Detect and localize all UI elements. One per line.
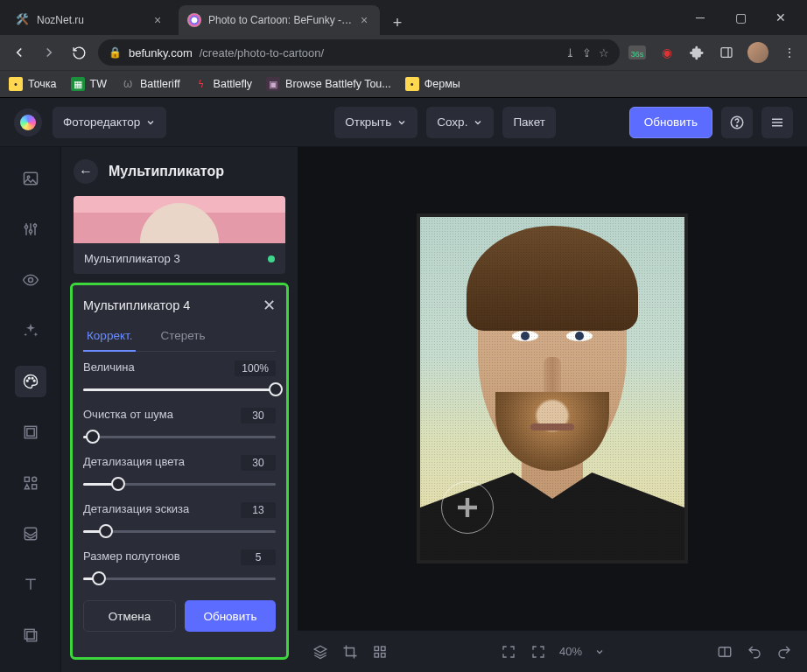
texture-tool[interactable] bbox=[15, 518, 46, 550]
befunky-logo[interactable] bbox=[14, 108, 42, 136]
slider-halftone: Размер полутонов5 bbox=[83, 550, 276, 588]
svg-rect-0 bbox=[721, 48, 732, 58]
frame-tool[interactable] bbox=[15, 416, 46, 448]
slider-track[interactable] bbox=[83, 474, 276, 494]
text-tool[interactable] bbox=[15, 569, 46, 600]
chevron-down-icon bbox=[145, 117, 156, 128]
apply-button[interactable]: Обновить bbox=[185, 600, 276, 632]
slider-value[interactable]: 30 bbox=[241, 408, 276, 424]
forward-button[interactable] bbox=[39, 42, 60, 63]
slider-track[interactable] bbox=[83, 427, 276, 446]
tab-adjust[interactable]: Коррект. bbox=[83, 324, 136, 351]
sidepanel-button[interactable] bbox=[718, 44, 735, 61]
app-content: ← Мультипликатор Мультипликатор 3 Мульти… bbox=[0, 147, 807, 672]
menu-button[interactable] bbox=[761, 107, 793, 138]
slider-value[interactable]: 5 bbox=[241, 550, 276, 565]
help-button[interactable] bbox=[721, 107, 753, 138]
upgrade-button[interactable]: Обновить bbox=[629, 107, 712, 138]
layers-tool[interactable] bbox=[15, 620, 46, 651]
canvas-toolbar: 40% bbox=[298, 630, 807, 672]
slider-track[interactable] bbox=[83, 380, 276, 399]
bookmark-item[interactable]: ѠBattleriff bbox=[121, 77, 180, 91]
slider-denoise: Очистка от шума30 bbox=[83, 408, 276, 446]
crop-icon[interactable] bbox=[341, 643, 359, 661]
bookmark-item[interactable]: ▣Browse Battlefy Tou... bbox=[266, 77, 391, 91]
image-tool[interactable] bbox=[15, 163, 46, 194]
sparkle-tool[interactable] bbox=[15, 315, 46, 346]
reload-button[interactable] bbox=[68, 42, 89, 63]
bookmarks-bar: •Точка ▦TW ѠBattleriff ϟBattlefly ▣Brows… bbox=[0, 70, 807, 98]
lock-icon: 🔒 bbox=[109, 46, 122, 59]
undo-icon[interactable] bbox=[746, 643, 763, 661]
zoom-level[interactable]: 40% bbox=[559, 645, 582, 658]
close-icon[interactable]: × bbox=[357, 13, 371, 27]
layers-icon[interactable] bbox=[312, 643, 329, 661]
menu-button[interactable]: ⋮ bbox=[781, 44, 798, 61]
panel-header: ← Мультипликатор bbox=[61, 159, 298, 196]
svg-point-4 bbox=[27, 176, 30, 178]
preset-thumbnail bbox=[74, 196, 285, 243]
maximize-button[interactable]: ▢ bbox=[728, 10, 753, 24]
minimize-button[interactable]: ─ bbox=[688, 10, 712, 24]
svg-rect-14 bbox=[26, 429, 33, 436]
status-dot-icon bbox=[268, 256, 275, 262]
fullscreen-icon[interactable] bbox=[530, 643, 547, 661]
palette-tool[interactable] bbox=[15, 366, 46, 397]
star-icon[interactable]: ☆ bbox=[599, 46, 609, 60]
close-button[interactable]: ✕ bbox=[768, 10, 793, 24]
grid-icon[interactable] bbox=[371, 643, 389, 661]
shapes-tool[interactable] bbox=[15, 467, 46, 499]
fit-icon[interactable] bbox=[500, 643, 517, 661]
profile-avatar[interactable] bbox=[747, 42, 768, 63]
redo-icon[interactable] bbox=[775, 643, 793, 661]
svg-rect-18 bbox=[26, 632, 36, 641]
eye-tool[interactable] bbox=[15, 264, 46, 296]
close-icon[interactable]: × bbox=[151, 13, 165, 27]
install-icon[interactable]: ⤓ bbox=[565, 46, 575, 60]
svg-point-10 bbox=[28, 377, 30, 379]
adjust-tool[interactable] bbox=[15, 214, 46, 245]
svg-rect-20 bbox=[375, 647, 379, 651]
new-tab-button[interactable]: + bbox=[385, 10, 410, 35]
address-bar[interactable]: 🔒 befunky.com/create/photo-to-cartoon/ ⤓… bbox=[98, 39, 620, 66]
navbar-right: 36s ◉ ⋮ bbox=[628, 42, 798, 63]
extension-icon[interactable]: 36s bbox=[628, 46, 646, 60]
window-titlebar: 🛠️ NozNet.ru × Photo to Cartoon: BeFunky… bbox=[0, 0, 807, 35]
slider-track[interactable] bbox=[83, 522, 276, 541]
browser-tab[interactable]: 🛠️ NozNet.ru × bbox=[7, 5, 173, 35]
slider-value[interactable]: 30 bbox=[241, 455, 276, 471]
app-header: Фоторедактор Открыть Сохр. Пакет Обновит… bbox=[0, 98, 807, 147]
open-button[interactable]: Открыть bbox=[334, 107, 418, 138]
svg-rect-15 bbox=[25, 477, 29, 481]
bookmark-item[interactable]: •Точка bbox=[9, 77, 57, 91]
editor-mode-dropdown[interactable]: Фоторедактор bbox=[53, 107, 166, 138]
chevron-down-icon[interactable] bbox=[594, 647, 605, 657]
svg-point-12 bbox=[33, 380, 35, 382]
effect-preset[interactable]: Мультипликатор 3 bbox=[74, 196, 285, 274]
back-button[interactable]: ← bbox=[74, 159, 98, 184]
extensions-button[interactable] bbox=[688, 44, 705, 61]
compare-icon[interactable] bbox=[716, 643, 733, 661]
slider-value[interactable]: 13 bbox=[241, 502, 276, 518]
tool-rail bbox=[0, 147, 61, 672]
cancel-button[interactable]: Отмена bbox=[83, 600, 176, 632]
extension-icon[interactable]: ◉ bbox=[658, 44, 676, 61]
card-actions: Отмена Обновить bbox=[83, 600, 276, 632]
bookmark-item[interactable]: ϟBattlefly bbox=[194, 77, 252, 91]
batch-button[interactable]: Пакет bbox=[502, 107, 556, 138]
save-button[interactable]: Сохр. bbox=[426, 107, 494, 138]
close-icon[interactable]: ✕ bbox=[263, 296, 276, 315]
bookmark-item[interactable]: ▦TW bbox=[71, 77, 107, 91]
effect-title: Мультипликатор 4 bbox=[83, 298, 190, 312]
share-icon[interactable]: ⇪ bbox=[582, 46, 592, 60]
side-panel: ← Мультипликатор Мультипликатор 3 Мульти… bbox=[61, 147, 298, 672]
browser-tab-active[interactable]: Photo to Cartoon: BeFunky - Cart × bbox=[179, 5, 380, 35]
canvas-stage[interactable] bbox=[298, 147, 807, 630]
slider-color-detail: Детализация цвета30 bbox=[83, 455, 276, 494]
bookmark-item[interactable]: •Фермы bbox=[405, 77, 460, 91]
slider-value[interactable]: 100% bbox=[235, 360, 276, 376]
slider-track[interactable] bbox=[83, 569, 276, 588]
tab-erase[interactable]: Стереть bbox=[157, 324, 208, 351]
effect-settings-card: Мультипликатор 4 ✕ Коррект. Стереть Вели… bbox=[70, 283, 289, 660]
back-button[interactable] bbox=[9, 42, 30, 63]
